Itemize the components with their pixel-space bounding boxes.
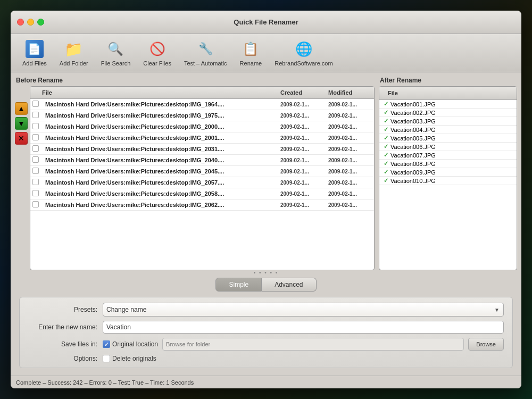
file-cell: Macintosh Hard Drive:Users:mike:Pictures… — [41, 133, 278, 143]
before-rename-section: Before Rename ▲ ▼ ✕ File Created Modifie… — [15, 77, 375, 270]
clear-files-label: Clear Files — [143, 60, 171, 66]
table-row[interactable]: Macintosh Hard Drive:Users:mike:Pictures… — [30, 188, 374, 200]
form-area: Presets: Change name ▼ Enter the new nam… — [19, 297, 513, 368]
options-row: Options: Delete originals — [28, 355, 504, 362]
main-content: Before Rename ▲ ▼ ✕ File Created Modifie… — [11, 72, 521, 376]
created-cell: 2009-02-1... — [278, 156, 326, 165]
original-location-checkbox[interactable]: ✓ — [103, 340, 110, 348]
browse-folder-input[interactable] — [162, 338, 464, 351]
tab-advanced[interactable]: Advanced — [262, 278, 316, 292]
maximize-button[interactable] — [37, 19, 44, 26]
after-table-body[interactable]: ✓Vacation001.JPG✓Vacation002.JPG✓Vacatio… — [379, 100, 517, 270]
after-file-name: Vacation010.JPG — [390, 178, 436, 184]
remove-button[interactable]: ✕ — [15, 132, 28, 145]
presets-select[interactable]: Change name — [103, 303, 504, 317]
status-bar: Complete – Success: 242 – Errors: 0 – Te… — [11, 376, 521, 388]
file-cell: Macintosh Hard Drive:Users:mike:Pictures… — [41, 167, 278, 176]
list-item[interactable]: ✓Vacation007.JPG — [379, 151, 517, 160]
delete-originals-checkbox[interactable] — [103, 355, 110, 362]
save-files-label: Save files in: — [28, 340, 103, 348]
before-panel: ▲ ▼ ✕ File Created Modified Maci — [15, 86, 375, 270]
list-item[interactable]: ✓Vacation009.JPG — [379, 168, 517, 177]
table-row[interactable]: Macintosh Hard Drive:Users:mike:Pictures… — [30, 99, 374, 110]
check-green-icon: ✓ — [384, 126, 388, 133]
delete-originals-label[interactable]: Delete originals — [103, 355, 156, 362]
resize-handle[interactable]: • • • • • — [15, 270, 517, 275]
add-files-button[interactable]: 📄 Add Files — [17, 37, 52, 69]
row-checkbox[interactable] — [30, 101, 41, 108]
file-search-button[interactable]: 🔍 File Search — [96, 37, 136, 69]
row-checkbox[interactable] — [30, 201, 41, 209]
before-table-body[interactable]: Macintosh Hard Drive:Users:mike:Pictures… — [30, 99, 374, 270]
row-checkbox[interactable] — [30, 156, 41, 164]
before-file-table: File Created Modified Macintosh Hard Dri… — [30, 86, 375, 270]
row-checkbox[interactable] — [30, 145, 41, 153]
list-item[interactable]: ✓Vacation005.JPG — [379, 134, 517, 143]
after-rename-label: After Rename — [379, 77, 517, 84]
toolbar: 📄 Add Files 📁 Add Folder 🔍 File Search 🚫… — [11, 34, 521, 72]
original-location-checkbox-label[interactable]: ✓ Original location — [103, 340, 158, 348]
check-green-icon: ✓ — [384, 152, 388, 159]
table-row[interactable]: Macintosh Hard Drive:Users:mike:Pictures… — [30, 132, 374, 144]
list-item[interactable]: ✓Vacation008.JPG — [379, 160, 517, 168]
bottom-panel: Simple Advanced Presets: Change name ▼ — [15, 275, 517, 371]
table-row[interactable]: Macintosh Hard Drive:Users:mike:Pictures… — [30, 155, 374, 166]
after-table-header: File — [379, 87, 517, 100]
row-checkbox[interactable] — [30, 112, 41, 119]
close-button[interactable] — [17, 19, 24, 26]
check-green-icon: ✓ — [384, 109, 388, 116]
list-item[interactable]: ✓Vacation006.JPG — [379, 143, 517, 151]
row-checkbox[interactable] — [30, 179, 41, 186]
list-item[interactable]: ✓Vacation001.JPG — [379, 100, 517, 109]
row-checkbox[interactable] — [30, 190, 41, 197]
test-automatic-button[interactable]: 🔧 Test – Automatic — [179, 37, 232, 69]
row-checkbox[interactable] — [30, 168, 41, 175]
created-cell: 2009-02-1... — [278, 145, 326, 154]
presets-select-wrap: Change name ▼ — [103, 303, 504, 317]
minimize-button[interactable] — [27, 19, 34, 26]
browse-button[interactable]: Browse — [468, 338, 504, 351]
list-item[interactable]: ✓Vacation010.JPG — [379, 177, 517, 185]
move-up-button[interactable]: ▲ — [15, 102, 28, 115]
table-row[interactable]: Macintosh Hard Drive:Users:mike:Pictures… — [30, 200, 374, 211]
check-green-icon: ✓ — [384, 169, 388, 176]
test-icon: 🔧 — [198, 42, 213, 56]
rebrand-button[interactable]: 🌐 RebrandSoftware.com — [269, 37, 338, 69]
clear-files-icon: 🚫 — [149, 41, 165, 56]
rename-button[interactable]: 📋 Rename — [235, 37, 268, 69]
list-item[interactable]: ✓Vacation003.JPG — [379, 117, 517, 126]
check-green-icon: ✓ — [384, 118, 388, 124]
row-checkbox[interactable] — [30, 123, 41, 130]
move-down-button[interactable]: ▼ — [15, 117, 28, 130]
web-icon: 🌐 — [295, 41, 312, 57]
add-folder-button[interactable]: 📁 Add Folder — [54, 37, 94, 69]
file-cell: Macintosh Hard Drive:Users:mike:Pictures… — [41, 178, 278, 187]
created-cell: 2009-02-1... — [278, 167, 326, 176]
modified-cell: 2009-02-1... — [326, 134, 374, 143]
file-cell: Macintosh Hard Drive:Users:mike:Pictures… — [41, 189, 278, 198]
test-automatic-label: Test – Automatic — [184, 60, 227, 66]
add-folder-icon: 📁 — [64, 40, 83, 58]
tab-simple[interactable]: Simple — [215, 278, 262, 292]
row-checkbox[interactable] — [30, 134, 41, 142]
table-row[interactable]: Macintosh Hard Drive:Users:mike:Pictures… — [30, 166, 374, 177]
file-panels: Before Rename ▲ ▼ ✕ File Created Modifie… — [15, 77, 517, 270]
table-row[interactable]: Macintosh Hard Drive:Users:mike:Pictures… — [30, 110, 374, 121]
presets-row: Presets: Change name ▼ — [28, 303, 504, 317]
created-cell: 2009-02-1... — [278, 100, 326, 109]
modified-cell: 2009-02-1... — [326, 167, 374, 176]
created-cell: 2009-02-1... — [278, 178, 326, 187]
list-item[interactable]: ✓Vacation002.JPG — [379, 109, 517, 117]
new-name-input[interactable] — [103, 321, 504, 334]
search-icon: 🔍 — [107, 41, 123, 56]
check-green-icon: ✓ — [384, 101, 388, 107]
table-row[interactable]: Macintosh Hard Drive:Users:mike:Pictures… — [30, 177, 374, 188]
modified-cell: 2009-02-1... — [326, 201, 374, 210]
table-row[interactable]: Macintosh Hard Drive:Users:mike:Pictures… — [30, 121, 374, 132]
file-search-label: File Search — [101, 60, 131, 66]
list-item[interactable]: ✓Vacation004.JPG — [379, 126, 517, 134]
before-table-header: File Created Modified — [30, 87, 374, 99]
clear-files-button[interactable]: 🚫 Clear Files — [138, 37, 177, 69]
table-row[interactable]: Macintosh Hard Drive:Users:mike:Pictures… — [30, 144, 374, 155]
tab-bar: Simple Advanced — [19, 278, 513, 292]
